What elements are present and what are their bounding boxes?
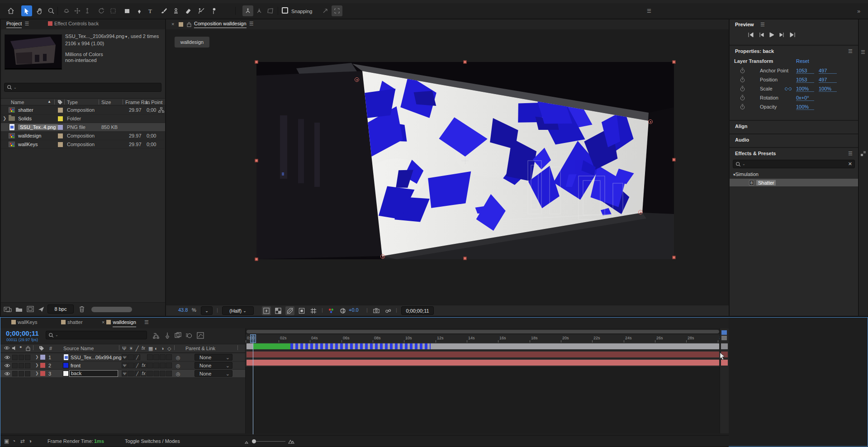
- exposure-icon[interactable]: [338, 306, 347, 315]
- shy-switch[interactable]: Ψ: [122, 371, 128, 376]
- transform-section-title[interactable]: Layer Transform: [734, 58, 773, 64]
- item-name[interactable]: shatter: [18, 107, 33, 113]
- snapshot-icon[interactable]: [372, 306, 381, 315]
- expander-icon[interactable]: ❯: [35, 363, 39, 367]
- zoom-in-mountain-icon[interactable]: [288, 438, 294, 444]
- clone-stamp-tool[interactable]: [171, 5, 181, 16]
- zoom-dropdown[interactable]: ⌄: [201, 306, 213, 315]
- stopwatch-icon[interactable]: [740, 76, 745, 83]
- timeline-zoom-knob[interactable]: [252, 439, 256, 443]
- item-name[interactable]: wallKeys: [18, 142, 38, 147]
- fast-preview-icon[interactable]: [262, 306, 271, 315]
- toolbar-overflow-icon[interactable]: »: [857, 8, 860, 14]
- collapse-switch[interactable]: [128, 362, 134, 368]
- dolly-camera-tool[interactable]: [82, 5, 93, 16]
- horizontal-scrollbar-thumb[interactable]: [91, 307, 132, 312]
- layer-track[interactable]: [246, 342, 720, 351]
- time-ruler[interactable]: 0;0002s04s06s08s10s12s14s16s18s20s22s24s…: [246, 334, 720, 343]
- play-button[interactable]: [768, 32, 775, 38]
- stopwatch-icon[interactable]: [740, 104, 745, 110]
- label-color-swatch[interactable]: [58, 116, 63, 121]
- align-section[interactable]: Align: [735, 124, 748, 129]
- effects-menu-icon[interactable]: ☰: [848, 151, 853, 157]
- viewer-timecode[interactable]: 0;00;00;11: [401, 306, 434, 315]
- property-label[interactable]: Rotation: [760, 95, 778, 100]
- preview-title[interactable]: Preview: [735, 22, 754, 27]
- motion-blur-switch[interactable]: [153, 362, 159, 368]
- project-settings-icon[interactable]: [38, 306, 45, 313]
- fx-header-icon[interactable]: fx: [142, 346, 145, 351]
- comp-navigator-chip[interactable]: walldesign: [175, 37, 209, 48]
- motion-blur-switch[interactable]: [153, 354, 159, 360]
- previous-frame-button[interactable]: [758, 32, 764, 38]
- parent-dropdown[interactable]: None⌄: [194, 354, 232, 361]
- roto-brush-tool[interactable]: [195, 5, 206, 16]
- resolution-dropdown[interactable]: (Half) ⌄: [222, 306, 254, 315]
- layer-name[interactable]: back: [69, 370, 118, 377]
- fx-switch[interactable]: fx: [141, 371, 147, 376]
- label-color-swatch[interactable]: [40, 355, 45, 360]
- properties-title[interactable]: Properties: back: [735, 48, 774, 54]
- dropdown-icon[interactable]: ▼: [124, 35, 128, 39]
- effect-control-point[interactable]: [648, 119, 653, 124]
- audio-toggle[interactable]: [12, 363, 18, 368]
- solo-icon[interactable]: ●: [19, 345, 22, 349]
- layer-name[interactable]: front: [71, 363, 81, 368]
- selection-handle[interactable]: [255, 258, 258, 261]
- fx-switch[interactable]: fx: [141, 362, 147, 368]
- adjustment-header-icon[interactable]: ◑: [161, 346, 164, 351]
- effect-name[interactable]: Shatter: [756, 180, 776, 185]
- expander-icon[interactable]: ❯: [3, 116, 6, 121]
- zoom-tool[interactable]: [46, 5, 57, 16]
- col-number[interactable]: #: [49, 346, 52, 351]
- audio-toggle[interactable]: [12, 371, 18, 376]
- project-row[interactable]: ❯ Solids Folder: [1, 114, 165, 123]
- preview-menu-icon[interactable]: ☰: [760, 22, 765, 28]
- shy-switch[interactable]: Ψ: [122, 362, 128, 368]
- playhead-grabber[interactable]: [250, 334, 256, 343]
- new-composition-icon[interactable]: [27, 306, 34, 312]
- selection-handle[interactable]: [464, 257, 467, 260]
- panel-menu-icon[interactable]: ☰: [249, 21, 254, 26]
- threed-switch[interactable]: [166, 371, 172, 376]
- frame-blend-switch[interactable]: [147, 362, 153, 368]
- lock-toggle[interactable]: [25, 363, 30, 368]
- exposure-value[interactable]: +0.0: [349, 307, 359, 313]
- transparency-grid-icon[interactable]: [274, 306, 283, 315]
- layer-track[interactable]: [246, 351, 720, 359]
- properties-menu-icon[interactable]: ☰: [848, 48, 853, 54]
- shy-header-icon[interactable]: Ψ: [122, 346, 126, 351]
- effect-control-point[interactable]: [638, 210, 643, 214]
- layer-row[interactable]: ❯ 2 front Ψ ╱ fx ◎ None⌄: [0, 361, 245, 370]
- col-name[interactable]: Name: [11, 100, 24, 105]
- adjustment-switch[interactable]: [160, 362, 166, 368]
- timeline-tab[interactable]: ×walldesign: [102, 319, 136, 325]
- audio-speaker-icon[interactable]: [12, 346, 17, 351]
- property-value[interactable]: 1053: [796, 77, 814, 83]
- property-value[interactable]: 497: [819, 68, 837, 74]
- snap-line-icon[interactable]: [320, 5, 331, 16]
- orbit-camera-tool[interactable]: [61, 5, 72, 16]
- pen-tool[interactable]: [134, 5, 145, 16]
- effect-control-point[interactable]: [380, 254, 385, 259]
- zoom-out-mountain-icon[interactable]: [245, 439, 250, 444]
- guides-grid-icon[interactable]: [309, 306, 318, 315]
- threed-header-icon[interactable]: ◇: [167, 346, 171, 352]
- stopwatch-icon[interactable]: [740, 67, 745, 74]
- close-tab-icon[interactable]: ×: [102, 319, 104, 325]
- col-size[interactable]: Size: [101, 100, 111, 105]
- property-value[interactable]: 100%: [819, 86, 837, 92]
- pickwhip-icon[interactable]: ◎: [176, 371, 180, 377]
- quality-switch[interactable]: ╱: [134, 354, 140, 360]
- adjustment-switch[interactable]: [160, 371, 166, 376]
- selection-handle[interactable]: [673, 158, 676, 162]
- layer-duration-bar[interactable]: [247, 343, 719, 349]
- property-value[interactable]: 497: [819, 77, 837, 83]
- selection-handle[interactable]: [673, 61, 676, 64]
- lock-toggle[interactable]: [25, 371, 30, 376]
- timeline-menu-icon[interactable]: ☰: [144, 319, 149, 325]
- clear-search-icon[interactable]: ✕: [848, 161, 852, 167]
- property-value[interactable]: 0x+0°: [796, 95, 814, 101]
- brush-tool[interactable]: [158, 5, 169, 16]
- snap-bounds-icon[interactable]: [332, 5, 342, 16]
